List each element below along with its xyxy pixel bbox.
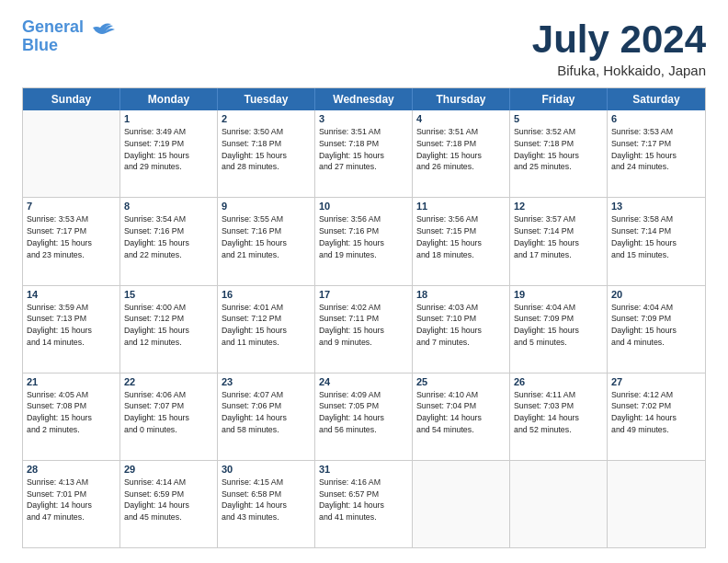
weekday-header-saturday: Saturday bbox=[608, 88, 705, 110]
day-number: 23 bbox=[222, 376, 311, 387]
calendar-cell: 17Sunrise: 4:02 AMSunset: 7:11 PMDayligh… bbox=[315, 286, 413, 373]
weekday-header-sunday: Sunday bbox=[23, 88, 120, 110]
day-number: 10 bbox=[319, 201, 408, 212]
day-number: 15 bbox=[124, 289, 213, 300]
calendar-cell: 24Sunrise: 4:09 AMSunset: 7:05 PMDayligh… bbox=[315, 373, 413, 460]
title-block: July 2024 Bifuka, Hokkaido, Japan bbox=[532, 18, 706, 78]
logo-bird-icon bbox=[85, 20, 115, 40]
calendar-cell: 12Sunrise: 3:57 AMSunset: 7:14 PMDayligh… bbox=[510, 198, 608, 284]
page: General Blue July 2024 Bifuka, Hokkaido,… bbox=[0, 0, 728, 563]
calendar-cell: 2Sunrise: 3:50 AMSunset: 7:18 PMDaylight… bbox=[218, 110, 315, 197]
day-number: 8 bbox=[124, 201, 213, 212]
calendar-body: 1Sunrise: 3:49 AMSunset: 7:19 PMDaylight… bbox=[23, 110, 705, 547]
calendar-cell: 6Sunrise: 3:53 AMSunset: 7:17 PMDaylight… bbox=[608, 110, 705, 197]
day-number: 1 bbox=[124, 113, 213, 124]
day-number: 19 bbox=[514, 289, 603, 300]
calendar-cell: 22Sunrise: 4:06 AMSunset: 7:07 PMDayligh… bbox=[120, 373, 218, 460]
day-info: Sunrise: 4:07 AMSunset: 7:06 PMDaylight:… bbox=[222, 389, 311, 436]
day-info: Sunrise: 3:51 AMSunset: 7:18 PMDaylight:… bbox=[319, 126, 408, 173]
day-number: 14 bbox=[27, 289, 116, 300]
calendar-cell: 8Sunrise: 3:54 AMSunset: 7:16 PMDaylight… bbox=[120, 198, 218, 284]
day-info: Sunrise: 4:11 AMSunset: 7:03 PMDaylight:… bbox=[514, 389, 603, 436]
day-info: Sunrise: 3:55 AMSunset: 7:16 PMDaylight:… bbox=[222, 213, 311, 260]
day-info: Sunrise: 3:54 AMSunset: 7:16 PMDaylight:… bbox=[124, 213, 213, 260]
weekday-header-tuesday: Tuesday bbox=[218, 88, 315, 110]
calendar-cell: 30Sunrise: 4:15 AMSunset: 6:58 PMDayligh… bbox=[218, 461, 315, 547]
calendar-cell: 13Sunrise: 3:58 AMSunset: 7:14 PMDayligh… bbox=[608, 198, 705, 284]
day-number: 27 bbox=[611, 376, 701, 387]
calendar-cell: 16Sunrise: 4:01 AMSunset: 7:12 PMDayligh… bbox=[218, 286, 315, 373]
day-number: 13 bbox=[611, 201, 701, 212]
day-info: Sunrise: 4:04 AMSunset: 7:09 PMDaylight:… bbox=[611, 302, 701, 349]
calendar-cell: 21Sunrise: 4:05 AMSunset: 7:08 PMDayligh… bbox=[23, 373, 120, 460]
weekday-header-friday: Friday bbox=[510, 88, 608, 110]
calendar-cell: 18Sunrise: 4:03 AMSunset: 7:10 PMDayligh… bbox=[413, 286, 510, 373]
day-info: Sunrise: 4:13 AMSunset: 7:01 PMDaylight:… bbox=[27, 477, 116, 523]
day-info: Sunrise: 4:00 AMSunset: 7:12 PMDaylight:… bbox=[124, 302, 213, 349]
day-number: 17 bbox=[319, 289, 408, 300]
day-info: Sunrise: 3:56 AMSunset: 7:16 PMDaylight:… bbox=[319, 213, 408, 260]
calendar-header: SundayMondayTuesdayWednesdayThursdayFrid… bbox=[23, 88, 705, 110]
day-number: 5 bbox=[514, 113, 603, 124]
day-number: 21 bbox=[27, 376, 116, 387]
day-info: Sunrise: 4:15 AMSunset: 6:58 PMDaylight:… bbox=[222, 477, 311, 523]
weekday-header-monday: Monday bbox=[120, 88, 218, 110]
calendar-cell: 3Sunrise: 3:51 AMSunset: 7:18 PMDaylight… bbox=[315, 110, 413, 197]
day-info: Sunrise: 3:52 AMSunset: 7:18 PMDaylight:… bbox=[514, 126, 603, 173]
logo-general: General bbox=[22, 17, 84, 36]
logo-blue: Blue bbox=[22, 36, 58, 54]
logo-text: General Blue bbox=[22, 18, 84, 55]
day-number: 7 bbox=[27, 201, 116, 212]
calendar-cell bbox=[510, 461, 608, 547]
day-number: 30 bbox=[222, 464, 311, 475]
day-info: Sunrise: 3:59 AMSunset: 7:13 PMDaylight:… bbox=[27, 302, 116, 349]
day-info: Sunrise: 3:56 AMSunset: 7:15 PMDaylight:… bbox=[416, 213, 506, 260]
calendar-cell bbox=[23, 110, 120, 197]
calendar-cell: 7Sunrise: 3:53 AMSunset: 7:17 PMDaylight… bbox=[23, 198, 120, 284]
day-info: Sunrise: 3:51 AMSunset: 7:18 PMDaylight:… bbox=[416, 126, 506, 173]
day-number: 26 bbox=[514, 376, 603, 387]
calendar-cell: 5Sunrise: 3:52 AMSunset: 7:18 PMDaylight… bbox=[510, 110, 608, 197]
calendar-cell: 28Sunrise: 4:13 AMSunset: 7:01 PMDayligh… bbox=[23, 461, 120, 547]
calendar-row-3: 21Sunrise: 4:05 AMSunset: 7:08 PMDayligh… bbox=[23, 373, 705, 461]
header: General Blue July 2024 Bifuka, Hokkaido,… bbox=[22, 18, 706, 78]
day-number: 3 bbox=[319, 113, 408, 124]
calendar-row-1: 7Sunrise: 3:53 AMSunset: 7:17 PMDaylight… bbox=[23, 198, 705, 285]
day-info: Sunrise: 4:02 AMSunset: 7:11 PMDaylight:… bbox=[319, 302, 408, 349]
day-info: Sunrise: 4:03 AMSunset: 7:10 PMDaylight:… bbox=[416, 302, 506, 349]
day-number: 18 bbox=[416, 289, 506, 300]
calendar-cell: 14Sunrise: 3:59 AMSunset: 7:13 PMDayligh… bbox=[23, 286, 120, 373]
day-info: Sunrise: 3:53 AMSunset: 7:17 PMDaylight:… bbox=[611, 126, 701, 173]
day-info: Sunrise: 4:09 AMSunset: 7:05 PMDaylight:… bbox=[319, 389, 408, 436]
day-info: Sunrise: 3:49 AMSunset: 7:19 PMDaylight:… bbox=[124, 126, 213, 173]
calendar-cell: 4Sunrise: 3:51 AMSunset: 7:18 PMDaylight… bbox=[413, 110, 510, 197]
calendar: SundayMondayTuesdayWednesdayThursdayFrid… bbox=[22, 87, 706, 548]
day-number: 12 bbox=[514, 201, 603, 212]
weekday-header-thursday: Thursday bbox=[413, 88, 510, 110]
day-info: Sunrise: 4:10 AMSunset: 7:04 PMDaylight:… bbox=[416, 389, 506, 436]
calendar-cell bbox=[413, 461, 510, 547]
day-number: 22 bbox=[124, 376, 213, 387]
day-number: 16 bbox=[222, 289, 311, 300]
calendar-cell: 1Sunrise: 3:49 AMSunset: 7:19 PMDaylight… bbox=[120, 110, 218, 197]
day-number: 24 bbox=[319, 376, 408, 387]
calendar-row-0: 1Sunrise: 3:49 AMSunset: 7:19 PMDaylight… bbox=[23, 110, 705, 198]
day-number: 31 bbox=[319, 464, 408, 475]
calendar-cell: 10Sunrise: 3:56 AMSunset: 7:16 PMDayligh… bbox=[315, 198, 413, 284]
calendar-cell bbox=[608, 461, 705, 547]
day-number: 2 bbox=[222, 113, 311, 124]
day-info: Sunrise: 3:57 AMSunset: 7:14 PMDaylight:… bbox=[514, 213, 603, 260]
calendar-cell: 9Sunrise: 3:55 AMSunset: 7:16 PMDaylight… bbox=[218, 198, 315, 284]
day-info: Sunrise: 4:06 AMSunset: 7:07 PMDaylight:… bbox=[124, 389, 213, 436]
day-info: Sunrise: 3:53 AMSunset: 7:17 PMDaylight:… bbox=[27, 213, 116, 260]
calendar-row-2: 14Sunrise: 3:59 AMSunset: 7:13 PMDayligh… bbox=[23, 286, 705, 373]
day-number: 28 bbox=[27, 464, 116, 475]
day-info: Sunrise: 4:01 AMSunset: 7:12 PMDaylight:… bbox=[222, 302, 311, 349]
calendar-cell: 23Sunrise: 4:07 AMSunset: 7:06 PMDayligh… bbox=[218, 373, 315, 460]
calendar-cell: 31Sunrise: 4:16 AMSunset: 6:57 PMDayligh… bbox=[315, 461, 413, 547]
day-number: 4 bbox=[416, 113, 506, 124]
calendar-cell: 26Sunrise: 4:11 AMSunset: 7:03 PMDayligh… bbox=[510, 373, 608, 460]
day-number: 11 bbox=[416, 201, 506, 212]
calendar-cell: 15Sunrise: 4:00 AMSunset: 7:12 PMDayligh… bbox=[120, 286, 218, 373]
calendar-cell: 20Sunrise: 4:04 AMSunset: 7:09 PMDayligh… bbox=[608, 286, 705, 373]
